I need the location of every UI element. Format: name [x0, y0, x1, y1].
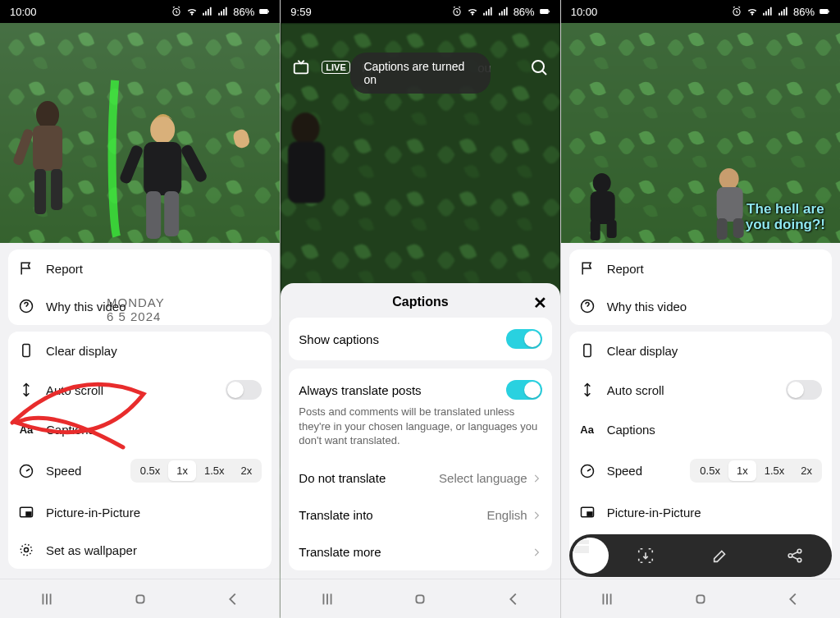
into-label: Translate into	[299, 508, 372, 522]
svg-rect-9	[51, 169, 62, 210]
home-button[interactable]	[131, 590, 149, 608]
chevron-right-icon	[531, 510, 542, 521]
show-captions-row[interactable]: Show captions	[289, 318, 551, 360]
auto-scroll-toggle[interactable]	[786, 380, 822, 400]
speed-0.5x[interactable]: 0.5x	[692, 460, 728, 481]
speed-row[interactable]: Speed 0.5x 1x 1.5x 2x	[8, 448, 272, 493]
always-translate-label: Always translate posts	[299, 383, 421, 397]
watermark-line2: 6 5 2024	[107, 309, 165, 323]
clock: 9:59	[290, 6, 311, 18]
tv-icon[interactable]	[292, 58, 310, 76]
report-row[interactable]: Report	[8, 249, 272, 287]
aa-icon: Aa	[18, 421, 34, 437]
close-icon[interactable]: ✕	[533, 293, 547, 313]
screenshot-3: 10:00 86%	[560, 0, 840, 618]
speed-1x[interactable]: 1x	[168, 460, 196, 481]
speed-1.5x[interactable]: 1.5x	[756, 460, 793, 481]
flag-icon	[18, 260, 34, 277]
always-translate-row[interactable]: Always translate posts	[289, 369, 551, 405]
recents-button[interactable]	[318, 590, 336, 608]
watermark: MONDAY 6 5 2024	[107, 295, 165, 323]
svg-rect-45	[716, 187, 742, 222]
pip-row[interactable]: Picture-in-Picture	[8, 493, 272, 531]
home-button[interactable]	[692, 590, 710, 608]
translate-more-row[interactable]: Translate more	[289, 533, 551, 570]
back-button[interactable]	[224, 590, 242, 608]
back-button[interactable]	[784, 590, 802, 608]
wallpaper-icon	[18, 542, 34, 558]
scroll-icon	[18, 382, 34, 398]
speed-1x] [interactable]: 1x	[728, 460, 756, 481]
flag-icon	[579, 260, 596, 277]
speed-selector[interactable]: 0.5x 1x 1.5x 2x	[130, 459, 262, 483]
speed-0.5x[interactable]: 0.5x	[132, 460, 169, 481]
show-captions-toggle[interactable]	[506, 329, 542, 349]
signal-icon	[762, 6, 774, 17]
battery-icon	[819, 6, 830, 17]
scroll-capture-button[interactable]	[609, 547, 683, 565]
svg-point-23	[25, 548, 29, 552]
auto-label: Auto scroll	[607, 383, 774, 397]
back-button[interactable]	[504, 590, 523, 608]
translate-into-row[interactable]: Translate into English	[289, 497, 551, 533]
auto-scroll-row[interactable]: Auto scroll	[8, 369, 272, 410]
captions-label: Captions	[46, 423, 262, 437]
report-row[interactable]: Report	[569, 249, 832, 287]
live-badge[interactable]: LIVE	[322, 61, 349, 74]
svg-rect-49	[583, 345, 590, 357]
speed-selector[interactable]: 0.5x 1x 1.5x 2x	[690, 459, 822, 483]
svg-point-6	[36, 101, 59, 129]
edit-button[interactable]	[682, 547, 757, 565]
svg-rect-12	[144, 142, 181, 195]
speed-2x[interactable]: 2x	[792, 460, 820, 481]
report-label: Report	[607, 262, 822, 276]
screenshot-toolbar	[569, 534, 832, 577]
recents-button[interactable]	[38, 590, 56, 608]
video-preview[interactable]	[0, 23, 280, 243]
alarm-icon	[731, 6, 742, 17]
auto-scroll-toggle[interactable]	[226, 380, 262, 400]
dnt-row[interactable]: Do not translate Select language	[289, 460, 551, 497]
clock: 10:00	[10, 6, 37, 18]
options-sheet: Report Why this video Clear display Auto…	[0, 243, 280, 579]
wallpaper-row[interactable]: Set as wallpaper	[8, 531, 272, 569]
video-preview[interactable]: The hell are you doing?!	[561, 23, 840, 243]
svg-rect-42	[590, 220, 600, 240]
battery-icon	[539, 6, 550, 17]
clear-display-row[interactable]: Clear display	[569, 332, 832, 369]
svg-rect-7	[33, 126, 62, 171]
speed-1.5x[interactable]: 1.5x	[196, 460, 233, 481]
into-value: English	[486, 508, 527, 522]
captions-row[interactable]: Aa Captions	[569, 410, 832, 448]
svg-rect-13	[146, 191, 161, 239]
signal-icon	[482, 6, 494, 17]
share-button[interactable]	[757, 547, 832, 565]
captions-row[interactable]: Aa Captions	[8, 410, 272, 448]
why-video-row[interactable]: Why this video	[569, 287, 832, 325]
alarm-icon	[171, 6, 182, 17]
home-button[interactable]	[411, 590, 429, 608]
screenshot-2: 9:59 86% LIVE Fri ou Captions are turned…	[280, 0, 559, 618]
dnt-value: Select language	[439, 471, 527, 485]
auto-scroll-row[interactable]: Auto scroll	[569, 369, 832, 410]
nav-bar	[281, 579, 559, 618]
pip-icon	[18, 504, 34, 520]
caption-line1: The hell are	[746, 201, 825, 217]
svg-point-24	[21, 544, 31, 555]
screenshot-thumbnail[interactable]	[573, 538, 609, 574]
svg-point-30	[292, 112, 320, 144]
wifi-icon	[467, 6, 478, 17]
pip-row[interactable]: Picture-in-Picture	[569, 493, 832, 531]
recents-button[interactable]	[598, 590, 616, 608]
options-sheet: Report Why this video Clear display Auto…	[561, 243, 840, 579]
svg-rect-32	[294, 63, 308, 73]
speed-2x[interactable]: 2x	[233, 460, 261, 481]
alarm-icon	[451, 6, 463, 17]
speed-row[interactable]: Speed 0.5x 1x 1.5x 2x	[569, 448, 832, 493]
aa-icon: Aa	[579, 421, 596, 437]
search-icon[interactable]	[529, 57, 549, 77]
wifi-icon	[746, 6, 758, 17]
always-translate-toggle[interactable]	[506, 380, 542, 400]
svg-point-40	[592, 173, 610, 193]
clear-display-row[interactable]: Clear display	[8, 332, 272, 369]
